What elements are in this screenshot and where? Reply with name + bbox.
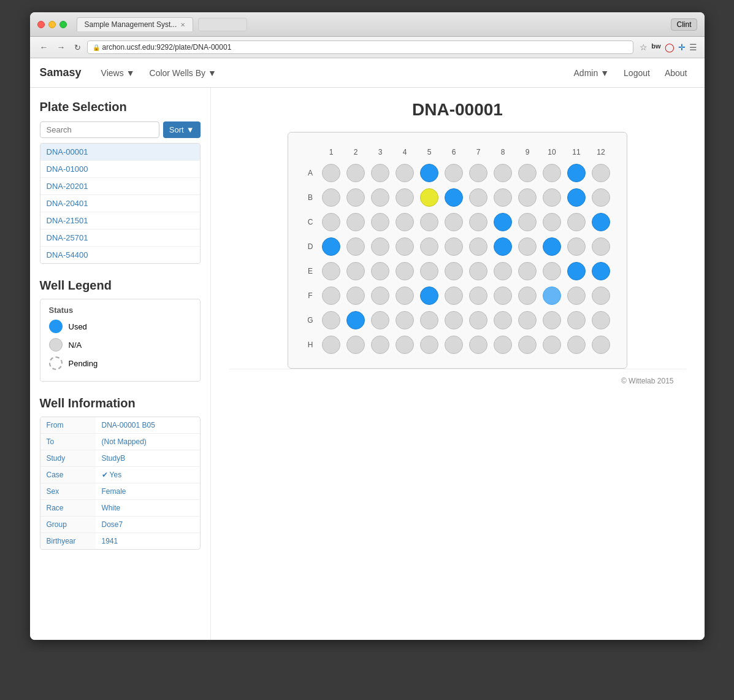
well-E11[interactable]	[567, 262, 586, 280]
well-B10[interactable]	[543, 188, 561, 207]
well-F8[interactable]	[494, 287, 512, 305]
well-A5[interactable]	[420, 164, 438, 182]
well-C6[interactable]	[445, 213, 463, 231]
well-F2[interactable]	[346, 287, 365, 305]
well-H12[interactable]	[592, 336, 610, 354]
address-bar[interactable]: 🔒 archon.ucsf.edu:9292/plate/DNA-00001	[87, 40, 634, 54]
well-A12[interactable]	[592, 164, 610, 182]
minimize-button[interactable]	[48, 21, 56, 28]
browser-tab[interactable]: Sample Management Syst... ✕	[77, 17, 194, 31]
nav-color-wells-by[interactable]: Color Wells By ▼	[142, 58, 224, 88]
well-H4[interactable]	[396, 336, 414, 354]
well-E2[interactable]	[346, 262, 365, 280]
well-D10[interactable]	[543, 237, 561, 256]
well-F6[interactable]	[445, 287, 463, 305]
well-H9[interactable]	[518, 336, 537, 354]
nav-admin[interactable]: Admin ▼	[567, 58, 617, 88]
well-E5[interactable]	[420, 262, 438, 280]
well-F11[interactable]	[567, 287, 586, 305]
tab-close-icon[interactable]: ✕	[180, 21, 185, 28]
well-A6[interactable]	[445, 164, 463, 182]
well-E3[interactable]	[371, 262, 389, 280]
well-G7[interactable]	[469, 311, 487, 329]
well-D6[interactable]	[445, 237, 463, 256]
well-B8[interactable]	[494, 188, 512, 207]
sort-button[interactable]: Sort ▼	[163, 121, 201, 138]
well-D8[interactable]	[494, 237, 512, 256]
well-B3[interactable]	[371, 188, 389, 207]
well-H2[interactable]	[346, 336, 365, 354]
nav-logout[interactable]: Logout	[616, 58, 657, 88]
well-C3[interactable]	[371, 213, 389, 231]
well-G4[interactable]	[396, 311, 414, 329]
well-H1[interactable]	[322, 336, 340, 354]
plate-list-item[interactable]: DNA-20401	[40, 195, 200, 212]
well-A10[interactable]	[543, 164, 561, 182]
star-icon[interactable]: ☆	[640, 42, 648, 52]
well-G6[interactable]	[445, 311, 463, 329]
well-C1[interactable]	[322, 213, 340, 231]
well-F4[interactable]	[396, 287, 414, 305]
maximize-button[interactable]	[59, 21, 67, 28]
well-H6[interactable]	[445, 336, 463, 354]
plate-list-item[interactable]: DNA-25701	[40, 229, 200, 247]
well-A8[interactable]	[494, 164, 512, 182]
well-B11[interactable]	[567, 188, 586, 207]
well-G11[interactable]	[567, 311, 586, 329]
well-G1[interactable]	[322, 311, 340, 329]
well-C11[interactable]	[567, 213, 586, 231]
well-D11[interactable]	[567, 237, 586, 256]
well-A1[interactable]	[322, 164, 340, 182]
well-G12[interactable]	[592, 311, 610, 329]
well-A9[interactable]	[518, 164, 537, 182]
well-C4[interactable]	[396, 213, 414, 231]
well-C12[interactable]	[592, 213, 610, 231]
back-button[interactable]: ←	[37, 41, 51, 53]
well-D7[interactable]	[469, 237, 487, 256]
well-G8[interactable]	[494, 311, 512, 329]
well-B2[interactable]	[346, 188, 365, 207]
well-C2[interactable]	[346, 213, 365, 231]
well-F9[interactable]	[518, 287, 537, 305]
well-G9[interactable]	[518, 311, 537, 329]
well-B5[interactable]	[420, 188, 438, 207]
well-E1[interactable]	[322, 262, 340, 280]
well-H10[interactable]	[543, 336, 561, 354]
well-C7[interactable]	[469, 213, 487, 231]
well-E10[interactable]	[543, 262, 561, 280]
well-D9[interactable]	[518, 237, 537, 256]
well-A7[interactable]	[469, 164, 487, 182]
well-B4[interactable]	[396, 188, 414, 207]
well-F1[interactable]	[322, 287, 340, 305]
well-F5[interactable]	[420, 287, 438, 305]
well-D5[interactable]	[420, 237, 438, 256]
nav-views[interactable]: Views ▼	[94, 58, 142, 88]
well-E4[interactable]	[396, 262, 414, 280]
well-C5[interactable]	[420, 213, 438, 231]
well-A2[interactable]	[346, 164, 365, 182]
well-G5[interactable]	[420, 311, 438, 329]
well-G3[interactable]	[371, 311, 389, 329]
well-C8[interactable]	[494, 213, 512, 231]
refresh-button[interactable]: ↻	[72, 42, 83, 53]
well-E12[interactable]	[592, 262, 610, 280]
well-A3[interactable]	[371, 164, 389, 182]
plate-list-item[interactable]: DNA-54400	[40, 247, 200, 263]
well-F10[interactable]	[543, 287, 561, 305]
well-A4[interactable]	[396, 164, 414, 182]
well-E6[interactable]	[445, 262, 463, 280]
well-D2[interactable]	[346, 237, 365, 256]
well-B6[interactable]	[445, 188, 463, 207]
well-D1[interactable]	[322, 237, 340, 256]
menu-icon[interactable]: ☰	[689, 42, 697, 52]
well-H3[interactable]	[371, 336, 389, 354]
well-E9[interactable]	[518, 262, 537, 280]
well-D4[interactable]	[396, 237, 414, 256]
well-H5[interactable]	[420, 336, 438, 354]
close-button[interactable]	[37, 21, 45, 28]
search-input[interactable]	[40, 121, 159, 138]
well-B1[interactable]	[322, 188, 340, 207]
well-F12[interactable]	[592, 287, 610, 305]
well-C9[interactable]	[518, 213, 537, 231]
well-D3[interactable]	[371, 237, 389, 256]
